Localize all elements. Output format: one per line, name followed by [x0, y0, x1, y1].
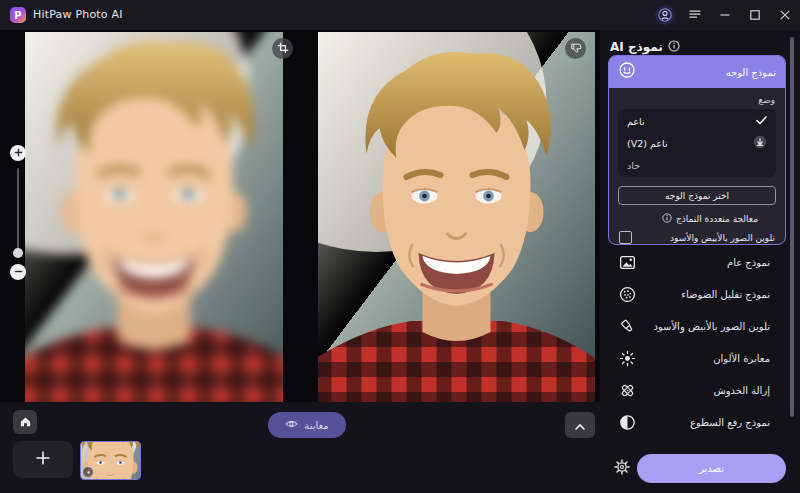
titlebar: P HitPaw Photo AI [0, 0, 800, 30]
model-item-label: نموذج عام [637, 257, 770, 268]
add-image-button[interactable] [13, 441, 73, 478]
sidebar-footer: تصدير [600, 454, 800, 484]
zoom-in-icon [14, 146, 23, 160]
mode-option-soft[interactable]: ناعم [618, 110, 776, 132]
model-item-denoise[interactable]: نموذج تقليل الضوضاء [600, 278, 800, 310]
feedback-button[interactable] [565, 38, 586, 59]
mode-option-label: ناعم (V2) [627, 138, 668, 149]
colorize-model-icon [617, 317, 637, 336]
menu-icon [688, 6, 702, 25]
settings-button[interactable] [612, 459, 632, 479]
colorize-row: تلوين الصور بالأبيض والأسود [618, 231, 776, 244]
app-window: P HitPaw Photo AI [0, 0, 800, 493]
mode-option-label: ناعم [627, 116, 645, 127]
close-button[interactable] [770, 0, 800, 30]
model-item-label: معايرة الألوان [637, 353, 770, 364]
model-item-label: إزالة الخدوش [637, 385, 770, 396]
zoom-in-button[interactable] [10, 145, 26, 161]
mode-label: وضع [618, 95, 775, 105]
app-title: HitPaw Photo AI [33, 8, 123, 21]
thumbnail-eye-icon [82, 466, 94, 478]
model-item-color-calibration[interactable]: معايرة الألوان [600, 342, 800, 374]
colorize-checkbox[interactable] [619, 231, 632, 244]
plus-icon [35, 450, 51, 470]
menu-button[interactable] [680, 0, 710, 30]
hitpaw-logo-icon: P [10, 7, 26, 23]
account-icon [655, 5, 675, 25]
model-item-general[interactable]: نموذج عام [600, 246, 800, 278]
zoom-out-button[interactable] [10, 264, 26, 280]
colorize-checkbox-label: تلوين الصور بالأبيض والأسود [670, 233, 775, 243]
collapse-panel-button[interactable] [565, 412, 595, 438]
multi-model-label: معالجة متعددة النماذج [676, 214, 758, 224]
face-model-title: نموذج الوجه [726, 67, 776, 78]
face-model-panel: نموذج الوجه وضع ناعم ناعم (V2) [608, 55, 786, 245]
info-icon[interactable] [668, 37, 680, 56]
info-icon[interactable] [662, 213, 672, 225]
after-image [318, 32, 595, 402]
crop-button[interactable] [272, 38, 293, 59]
maximize-icon [749, 6, 761, 25]
face-model-body: وضع ناعم ناعم (V2) [609, 88, 785, 244]
before-image [25, 32, 283, 402]
denoise-model-icon [617, 285, 637, 304]
bottom-toolbar: معاينة [0, 402, 600, 493]
sidebar-header: نموذج AI [610, 37, 680, 56]
model-item-low-light[interactable]: نموذج رفع السطوع [600, 406, 800, 438]
model-list: نموذج عام نموذج تقليل الضوضاء تلوين الصو… [600, 246, 800, 438]
preview-button[interactable]: معاينة [268, 412, 346, 438]
multi-model-row: معالجة متعددة النماذج [618, 213, 776, 225]
zoom-slider-thumb[interactable] [13, 248, 23, 258]
face-model-icon [618, 61, 636, 83]
zoom-slider-track[interactable] [17, 168, 19, 256]
home-icon [19, 413, 32, 432]
export-button[interactable]: تصدير [637, 454, 786, 483]
mode-option-sharp[interactable]: حاد [618, 154, 776, 176]
minimize-icon [719, 6, 731, 25]
face-model-header[interactable]: نموذج الوجه [609, 56, 785, 88]
sidebar-scrollbar[interactable] [790, 37, 794, 417]
model-item-colorize[interactable]: تلوين الصور بالأبيض والأسود [600, 310, 800, 342]
thumbs-down-icon [570, 39, 582, 58]
low-light-model-icon [617, 413, 637, 432]
image-canvas [0, 30, 600, 402]
model-item-scratch-removal[interactable]: إزالة الخدوش [600, 374, 800, 406]
chevron-up-icon [574, 416, 586, 435]
maximize-button[interactable] [740, 0, 770, 30]
zoom-out-icon [14, 265, 23, 279]
gear-icon [613, 458, 631, 480]
color-calibration-icon [617, 349, 637, 368]
mode-option-soft-v2[interactable]: ناعم (V2) [618, 132, 776, 154]
home-button[interactable] [13, 410, 37, 434]
ai-model-title: نموذج AI [610, 40, 663, 54]
general-model-icon [617, 253, 637, 272]
account-button[interactable] [650, 0, 680, 30]
eye-icon [285, 419, 298, 431]
download-icon[interactable] [753, 135, 767, 151]
mode-option-label: حاد [627, 160, 640, 171]
scratch-removal-icon [617, 381, 637, 400]
close-icon [779, 6, 791, 25]
preview-button-label: معاينة [304, 420, 328, 431]
choose-face-model-button[interactable]: اختر نموذج الوجه [618, 186, 776, 205]
minimize-button[interactable] [710, 0, 740, 30]
sidebar: نموذج AI نموذج الوجه وضع ناعم [600, 30, 800, 493]
window-controls [650, 0, 800, 30]
model-item-label: تلوين الصور بالأبيض والأسود [637, 321, 770, 332]
mode-listbox: ناعم ناعم (V2) حاد [618, 109, 776, 177]
model-item-label: نموذج تقليل الضوضاء [637, 289, 770, 300]
check-icon [756, 116, 767, 127]
model-item-label: نموذج رفع السطوع [637, 417, 770, 428]
crop-icon [277, 39, 289, 58]
